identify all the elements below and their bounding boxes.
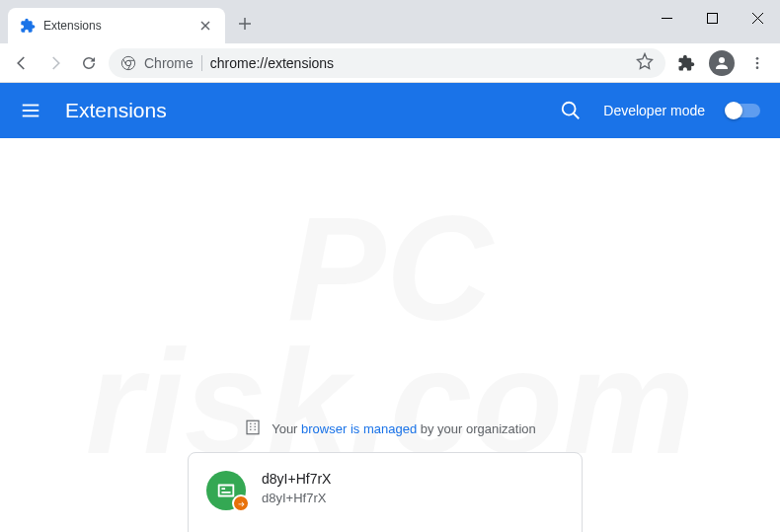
- svg-rect-5: [707, 13, 717, 23]
- svg-line-21: [574, 114, 580, 119]
- extension-card: d8yI+Hf7rX d8yI+Hf7rX Details Remove: [188, 452, 583, 532]
- extensions-header: Extensions Developer mode: [0, 83, 780, 138]
- close-tab-icon[interactable]: [197, 18, 213, 34]
- chrome-icon: [120, 55, 136, 71]
- extensions-puzzle-button[interactable]: [671, 48, 701, 78]
- svg-point-13: [719, 57, 725, 63]
- window-controls: [644, 0, 780, 36]
- url-text: chrome://extensions: [210, 55, 628, 71]
- maximize-button[interactable]: [689, 0, 735, 36]
- back-button[interactable]: [8, 49, 36, 77]
- managed-suffix: by your organization: [417, 421, 536, 436]
- svg-point-16: [756, 66, 759, 69]
- reload-button[interactable]: [75, 49, 103, 77]
- extension-card-icon: [206, 471, 246, 510]
- svg-point-20: [563, 103, 576, 115]
- managed-browser-link[interactable]: browser is managed: [301, 421, 417, 436]
- close-window-button[interactable]: [735, 0, 780, 36]
- kebab-menu-button[interactable]: [742, 48, 772, 78]
- separator: [201, 55, 202, 71]
- extension-puzzle-icon: [20, 18, 36, 34]
- bookmark-star-icon[interactable]: [636, 52, 654, 73]
- search-icon[interactable]: [560, 100, 582, 121]
- minimize-button[interactable]: [644, 0, 689, 36]
- building-icon: [244, 418, 262, 439]
- new-tab-button[interactable]: [231, 10, 259, 38]
- browser-tab[interactable]: Extensions: [8, 8, 225, 43]
- extension-description: d8yI+Hf7rX: [262, 491, 331, 505]
- forward-button[interactable]: [41, 49, 69, 77]
- extension-name: d8yI+Hf7rX: [262, 471, 331, 487]
- extension-badge-icon: [232, 494, 250, 512]
- url-scheme-label: Chrome: [144, 55, 194, 71]
- window-titlebar: Extensions: [0, 0, 780, 43]
- managed-browser-notice: Your browser is managed by your organiza…: [0, 405, 780, 452]
- svg-point-14: [756, 57, 759, 60]
- toggle-knob: [725, 102, 742, 119]
- svg-point-15: [756, 61, 759, 64]
- tab-title: Extensions: [43, 19, 190, 33]
- browser-toolbar: Chrome chrome://extensions: [0, 43, 780, 83]
- developer-mode-toggle[interactable]: [727, 104, 760, 117]
- svg-rect-22: [247, 420, 259, 434]
- managed-prefix: Your: [272, 421, 301, 436]
- page-title: Extensions: [65, 99, 167, 122]
- address-bar[interactable]: Chrome chrome://extensions: [109, 48, 665, 78]
- profile-avatar-button[interactable]: [707, 48, 737, 78]
- developer-mode-label: Developer mode: [603, 103, 705, 118]
- avatar-icon: [709, 50, 735, 76]
- hamburger-menu-icon[interactable]: [20, 100, 41, 121]
- content-area: PC risk.com Your browser is managed by y…: [0, 138, 780, 532]
